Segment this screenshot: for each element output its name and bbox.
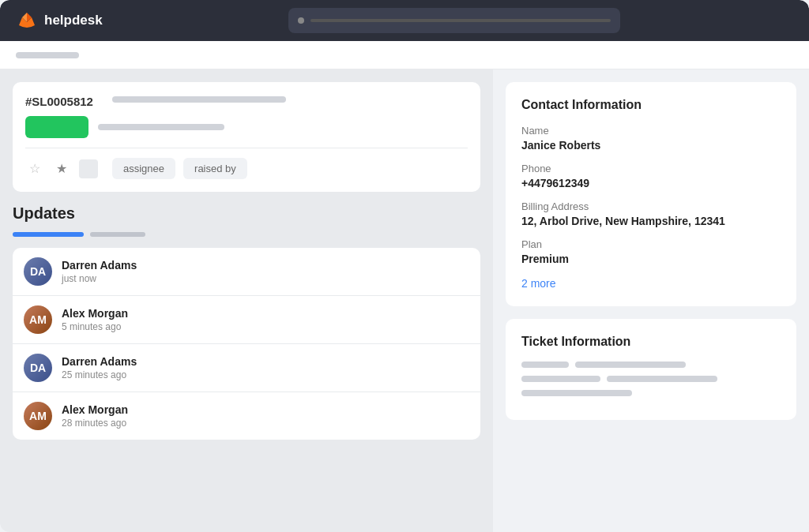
phone-value: +4479612349 [521,177,781,189]
avatar: AM [24,402,52,430]
address-label: Billing Address [521,200,781,212]
contact-plan-field: Plan Premium [521,238,781,265]
bookmark-icon[interactable]: ☆ [25,159,44,178]
main-layout: #SL0005812 ☆ ★ assignee raised by Update… [0,69,809,532]
update-name: Darren Adams [62,259,469,272]
search-placeholder [310,19,611,22]
ticket-status-row [25,116,468,138]
update-time: 28 minutes ago [62,418,469,429]
action-square-button[interactable] [79,159,98,178]
update-time: just now [62,273,469,284]
update-info: Darren Adams25 minutes ago [62,355,469,380]
ti-row-1 [521,362,781,368]
ti-row-2 [521,376,781,382]
contact-name-field: Name Janice Roberts [521,125,781,152]
plan-label: Plan [521,238,781,250]
update-time: 25 minutes ago [62,369,469,380]
tab-updates-active[interactable] [13,232,84,237]
raised-by-button[interactable]: raised by [183,158,247,179]
left-panel: #SL0005812 ☆ ★ assignee raised by Update… [0,69,493,532]
ticket-title-placeholder [112,96,286,103]
ticket-desc-placeholder [98,124,224,130]
updates-tabs[interactable] [13,232,480,237]
update-list: DADarren Adamsjust nowAMAlex Morgan5 min… [13,248,480,440]
search-bar[interactable] [288,8,620,33]
tab-updates-inactive[interactable] [90,232,145,237]
plan-value: Premium [521,253,781,265]
ticket-card: #SL0005812 ☆ ★ assignee raised by [13,82,480,192]
update-name: Alex Morgan [62,307,469,320]
logo-area: helpdesk [16,9,103,32]
avatar: AM [24,305,52,334]
ticket-info-title: Ticket Information [521,335,781,349]
status-badge [25,116,88,138]
more-link[interactable]: 2 more [521,277,556,290]
top-navigation: helpdesk [0,0,809,41]
name-value: Janice Roberts [521,139,781,152]
assignee-button[interactable]: assignee [112,158,175,179]
update-item[interactable]: AMAlex Morgan28 minutes ago [13,392,480,440]
update-item[interactable]: DADarren Adams25 minutes ago [13,344,480,392]
ticket-info-card: Ticket Information [506,319,796,420]
ti-ph-1a [521,362,569,368]
avatar: DA [24,257,52,286]
app-name: helpdesk [44,13,103,28]
ticket-divider [25,148,468,148]
ticket-id: #SL0005812 [25,95,93,108]
ti-ph-3 [521,390,632,396]
ticket-actions-row: ☆ ★ assignee raised by [25,158,468,179]
name-label: Name [521,125,781,137]
update-item[interactable]: AMAlex Morgan5 minutes ago [13,296,480,344]
search-icon [298,17,304,24]
fox-icon [16,9,38,32]
update-item[interactable]: DADarren Adamsjust now [13,248,480,296]
update-time: 5 minutes ago [62,321,469,332]
address-value: 12, Arbol Drive, New Hampshire, 12341 [521,215,781,227]
breadcrumb-placeholder [16,52,79,58]
update-info: Alex Morgan28 minutes ago [62,403,469,429]
breadcrumb-bar [0,41,809,69]
contact-info-card: Contact Information Name Janice Roberts … [506,82,796,306]
update-name: Darren Adams [62,355,469,368]
updates-title: Updates [13,204,480,223]
update-info: Darren Adamsjust now [62,259,469,284]
star-icon[interactable]: ★ [52,159,71,178]
phone-label: Phone [521,163,781,174]
updates-section: Updates DADarren Adamsjust nowAMAlex Mor… [13,204,480,440]
ti-row-3 [521,390,781,396]
ticket-header-row: #SL0005812 [25,95,468,113]
right-panel: Contact Information Name Janice Roberts … [493,69,809,532]
ti-ph-1b [575,362,686,368]
ti-ph-2b [607,376,717,382]
update-info: Alex Morgan5 minutes ago [62,307,469,332]
avatar: DA [24,354,52,382]
contact-address-field: Billing Address 12, Arbol Drive, New Ham… [521,200,781,227]
ti-ph-2a [521,376,600,382]
update-name: Alex Morgan [62,403,469,416]
contact-info-title: Contact Information [521,98,781,112]
contact-phone-field: Phone +4479612349 [521,163,781,189]
